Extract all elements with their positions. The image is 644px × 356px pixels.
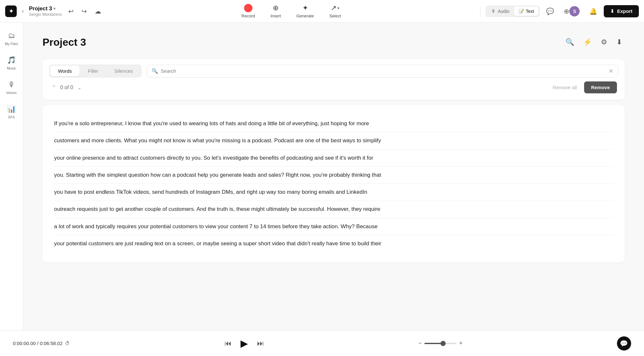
undo-redo-group: ↩ ↪ ☁ <box>66 6 104 16</box>
sidebar-item-label-voices: Voices <box>6 91 16 95</box>
settings-button[interactable]: ⚙ <box>598 35 610 49</box>
search-icon: 🔍 <box>152 68 158 74</box>
filter-button[interactable]: ⚡ <box>581 35 594 49</box>
select-with-arrow: ↗ ▾ <box>331 4 339 12</box>
app-logo: ✦ <box>5 5 17 17</box>
download-button[interactable]: ⬇ <box>614 35 625 49</box>
topbar-left: ✦ ‹ Project 3 ▾ Sergio Montanino ↩ ↪ ☁ <box>5 5 104 17</box>
sfx-icon: 📊 <box>7 105 16 113</box>
transcript-line: you have to post endless TikTok videos, … <box>54 184 613 201</box>
audio-icon: 🎙 <box>491 9 496 14</box>
cloud-save-button[interactable]: ☁ <box>92 6 104 16</box>
sidebar: 🗂 My Files 🎵 Music 🎙 Voices 📊 SFX <box>0 23 23 330</box>
topbar-center: Record ⊕ Insert ✦ Generate ↗ ▾ Select <box>108 2 475 20</box>
play-button[interactable]: ▶ <box>241 338 248 349</box>
transcript-area: If you're a solo entrepreneur, I know th… <box>43 105 625 262</box>
remove-button[interactable]: Remove <box>584 81 617 93</box>
project-title-text: Project 3 <box>29 5 52 12</box>
insert-label: Insert <box>270 14 281 18</box>
topbar-right: 🎙 Audio 📝 Text 💬 ⊕ S 🔔 ⬇ Export <box>486 4 639 18</box>
current-time: 0:00:00.00 / 0:06:58.02 <box>13 341 62 346</box>
sidebar-item-label-sfx: SFX <box>8 115 15 119</box>
generate-icon: ✦ <box>302 4 308 12</box>
transcript-line: your online presence and to attract cust… <box>54 150 613 167</box>
text-icon: 📝 <box>518 9 524 14</box>
volume-minus-icon: − <box>418 340 422 347</box>
insert-icon: ⊕ <box>273 4 279 12</box>
content-area: Project 3 🔍 ⚡ ⚙ ⬇ Words Filler Silences <box>23 23 644 330</box>
text-mode-label: Text <box>526 9 534 14</box>
next-result-button[interactable]: ⌄ <box>76 83 83 92</box>
avatar: S <box>569 6 580 16</box>
search-button[interactable]: 🔍 <box>563 35 577 49</box>
tab-words[interactable]: Words <box>50 66 80 76</box>
filter-bar: Words Filler Silences 🔍 ✕ ⌃ 0 of 0 ⌄ <box>43 59 625 100</box>
chat-bubble-button[interactable]: 💬 <box>617 336 631 351</box>
playbar: 0:00:00.00 / 0:06:58.02 ⏱ ⏮ ▶ ⏭ − + 💬 <box>0 330 644 356</box>
playbar-volume: − + <box>418 340 462 347</box>
download-icon: ⬇ <box>610 8 614 14</box>
project-info: Project 3 ▾ Sergio Montanino <box>29 5 62 17</box>
search-box: 🔍 ✕ <box>147 65 618 78</box>
project-owner: Sergio Montanino <box>29 12 62 17</box>
mode-toggle: 🎙 Audio 📝 Text <box>486 5 540 17</box>
playbar-time: 0:00:00.00 / 0:06:58.02 ⏱ <box>13 341 70 346</box>
timer-icon: ⏱ <box>65 341 70 346</box>
result-nav: ⌃ 0 of 0 ⌄ <box>50 83 83 92</box>
remove-all-button[interactable]: Remove all <box>549 83 581 92</box>
plus-icon: ⊕ <box>564 7 569 15</box>
sidebar-item-voices[interactable]: 🎙 Voices <box>2 77 21 98</box>
audio-mode-button[interactable]: 🎙 Audio <box>487 7 514 16</box>
insert-button[interactable]: ⊕ Insert <box>267 2 285 20</box>
sidebar-item-music[interactable]: 🎵 Music <box>2 52 21 74</box>
transcript-line: your potential customers are just readin… <box>54 235 613 252</box>
chat-button[interactable]: 💬 <box>543 5 557 17</box>
header-actions: 🔍 ⚡ ⚙ ⬇ <box>563 35 625 49</box>
export-button[interactable]: ⬇ Export <box>604 5 639 17</box>
filter-top: Words Filler Silences 🔍 ✕ <box>49 64 618 78</box>
project-title-dropdown[interactable]: Project 3 ▾ <box>29 5 62 12</box>
add-user-button[interactable]: ⊕ S <box>561 4 583 18</box>
record-label: Record <box>242 14 255 18</box>
record-button[interactable]: Record <box>238 2 259 20</box>
redo-button[interactable]: ↪ <box>79 6 90 16</box>
search-clear-button[interactable]: ✕ <box>609 68 613 75</box>
sidebar-item-sfx[interactable]: 📊 SFX <box>2 101 21 123</box>
main-area: 🗂 My Files 🎵 Music 🎙 Voices 📊 SFX Projec… <box>0 23 644 330</box>
topbar-divider <box>480 6 480 16</box>
select-icon: ↗ <box>331 4 336 12</box>
tab-silences[interactable]: Silences <box>107 66 141 76</box>
music-icon: 🎵 <box>7 56 16 64</box>
fast-forward-button[interactable]: ⏭ <box>257 339 264 348</box>
result-count: 0 of 0 <box>60 85 73 90</box>
transcript-line: a lot of work and typically requires you… <box>54 218 613 235</box>
tab-filler[interactable]: Filler <box>80 66 106 76</box>
generate-label: Generate <box>296 14 314 18</box>
project-name: Project 3 <box>43 36 86 48</box>
project-header: Project 3 🔍 ⚡ ⚙ ⬇ <box>43 35 625 49</box>
playbar-controls: ⏮ ▶ ⏭ <box>224 338 264 349</box>
export-label: Export <box>617 8 632 14</box>
select-button[interactable]: ↗ ▾ Select <box>326 2 345 20</box>
result-actions: Remove all Remove <box>549 81 617 93</box>
select-dropdown-arrow: ▾ <box>337 6 339 10</box>
select-label: Select <box>329 14 341 18</box>
transcript-line: outreach requests just to get another co… <box>54 201 613 218</box>
volume-slider[interactable] <box>424 343 457 344</box>
rewind-button[interactable]: ⏮ <box>224 339 232 348</box>
notification-button[interactable]: 🔔 <box>586 5 601 17</box>
transcript-line: you. Starting with the simplest question… <box>54 167 613 184</box>
voices-icon: 🎙 <box>8 80 15 89</box>
my-files-icon: 🗂 <box>8 32 15 40</box>
back-button[interactable]: ‹ <box>19 6 26 16</box>
volume-plus-icon: + <box>459 340 463 347</box>
undo-button[interactable]: ↩ <box>66 6 76 16</box>
prev-result-button[interactable]: ⌃ <box>50 83 58 92</box>
sidebar-item-label-music: Music <box>7 66 16 70</box>
text-mode-button[interactable]: 📝 Text <box>514 7 539 16</box>
sidebar-item-label-my-files: My Files <box>5 42 18 46</box>
transcript-line: If you're a solo entrepreneur, I know th… <box>54 115 613 132</box>
generate-button[interactable]: ✦ Generate <box>292 2 317 20</box>
search-input[interactable] <box>161 68 606 74</box>
sidebar-item-my-files[interactable]: 🗂 My Files <box>2 28 21 50</box>
